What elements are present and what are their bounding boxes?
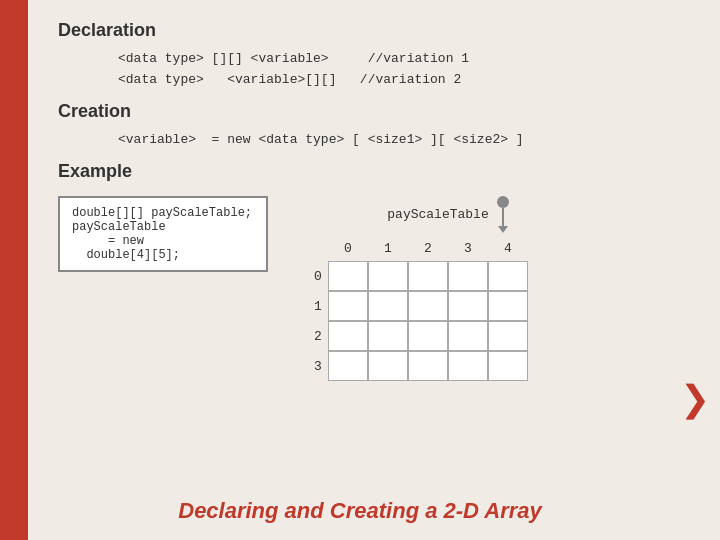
grid-cell <box>448 321 488 351</box>
declaration-section: Declaration <data type> [][] <variable> … <box>58 20 690 87</box>
table-row <box>328 291 528 321</box>
col-header: 1 <box>368 235 408 261</box>
row-label: 1 <box>308 291 328 321</box>
grid-cell <box>488 261 528 291</box>
grid-cell <box>488 291 528 321</box>
diagram-area: payScaleTable 0123 01234 <box>308 196 528 381</box>
creation-line: <variable> = new <data type> [ <size1> ]… <box>118 132 690 147</box>
grid-cell <box>328 351 368 381</box>
arrow-tip <box>498 226 508 233</box>
grid-cell <box>368 321 408 351</box>
grid-cell <box>448 291 488 321</box>
table-wrapper: 0123 01234 <box>308 235 528 381</box>
col-header: 0 <box>328 235 368 261</box>
creation-section: Creation <variable> = new <data type> [ … <box>58 101 690 147</box>
col-header: 4 <box>488 235 528 261</box>
left-bar <box>0 0 28 540</box>
table-row <box>328 351 528 381</box>
grid-rows <box>328 261 528 381</box>
col-header: 3 <box>448 235 488 261</box>
row-labels: 0123 <box>308 261 328 381</box>
grid-cell <box>448 261 488 291</box>
declaration-label: Declaration <box>58 20 690 41</box>
grid-cell <box>408 261 448 291</box>
row-label: 0 <box>308 261 328 291</box>
dot <box>497 196 509 208</box>
grid-cell <box>368 261 408 291</box>
payscale-row: payScaleTable <box>387 196 508 233</box>
content-area: Declaration <data type> [][] <variable> … <box>28 0 720 540</box>
grid-cell <box>488 321 528 351</box>
grid-cell <box>368 351 408 381</box>
grid-cell <box>408 321 448 351</box>
example-label: Example <box>58 161 690 182</box>
row-label: 3 <box>308 351 328 381</box>
table-row <box>328 261 528 291</box>
grid-area: 01234 <box>328 235 528 381</box>
code-box: double[][] payScaleTable; payScaleTable … <box>58 196 268 272</box>
grid-cell <box>408 291 448 321</box>
col-header: 2 <box>408 235 448 261</box>
grid-cell <box>328 261 368 291</box>
creation-label: Creation <box>58 101 690 122</box>
example-area: double[][] payScaleTable; payScaleTable … <box>58 196 690 381</box>
example-section: Example double[][] payScaleTable; paySca… <box>58 161 690 381</box>
row-label: 2 <box>308 321 328 351</box>
grid-cell <box>328 291 368 321</box>
declaration-line2: <data type> <variable>[][] //variation 2 <box>118 72 690 87</box>
grid-cell <box>488 351 528 381</box>
grid-cell <box>408 351 448 381</box>
arrow-down <box>502 208 504 226</box>
grid-cell <box>328 321 368 351</box>
payscale-label: payScaleTable <box>387 207 488 222</box>
bottom-title: Declaring and Creating a 2-D Array <box>178 498 542 524</box>
table-row <box>328 321 528 351</box>
grid-cell <box>448 351 488 381</box>
declaration-line1: <data type> [][] <variable> //variation … <box>118 51 690 66</box>
right-chevron: ❯ <box>680 378 710 420</box>
col-headers: 01234 <box>328 235 528 261</box>
grid-cell <box>368 291 408 321</box>
dot-arrow <box>497 196 509 233</box>
